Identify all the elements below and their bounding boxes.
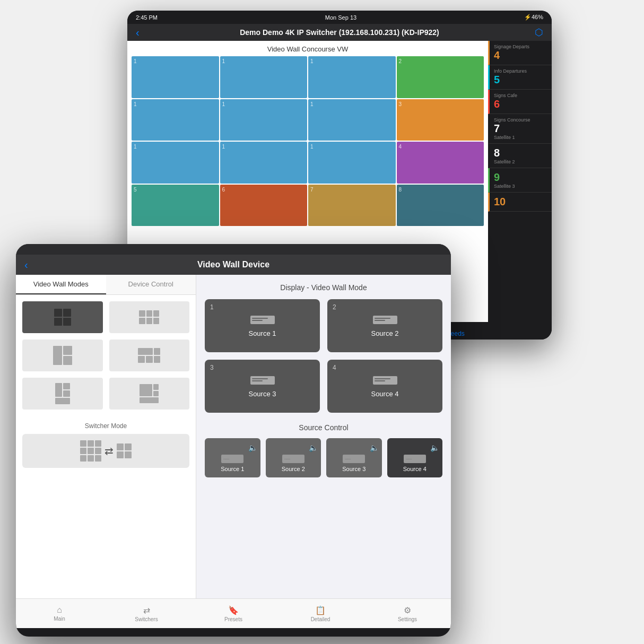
layout-cell bbox=[63, 309, 71, 317]
back-button-front[interactable]: ‹ bbox=[24, 259, 28, 271]
svg-rect-11 bbox=[375, 380, 385, 381]
layout-custom-4[interactable] bbox=[109, 378, 190, 410]
vw-cell-2[interactable]: 1 bbox=[220, 56, 308, 98]
layout-icon-custom1 bbox=[53, 346, 72, 365]
card-3-label: Source 3 bbox=[248, 390, 276, 398]
battery-back: ⚡46% bbox=[524, 14, 543, 21]
vw-cell-14[interactable]: 6 bbox=[220, 185, 308, 227]
svg-rect-1 bbox=[252, 318, 268, 319]
volume-icon-1: 🔈 bbox=[248, 443, 257, 452]
sc-device-4: ····· bbox=[403, 454, 427, 464]
sidebar-info-num: 5 bbox=[494, 74, 547, 86]
vw-cell-16[interactable]: 8 bbox=[397, 185, 484, 227]
settings-label: Settings bbox=[398, 616, 417, 622]
bottom-settings-btn[interactable]: ⚙ Settings bbox=[364, 599, 451, 628]
vw-cell-13[interactable]: 5 bbox=[132, 185, 219, 227]
card-4-num: 4 bbox=[333, 364, 336, 371]
layout-custom-3[interactable] bbox=[22, 378, 103, 410]
bottom-switchers-btn[interactable]: ⇄ Switchers bbox=[103, 599, 190, 628]
bottom-detailed-btn[interactable]: 📋 Detailed bbox=[277, 599, 364, 628]
vw-cell-8[interactable]: 3 bbox=[397, 99, 484, 141]
sidebar-cafe-label: Signs Cafe bbox=[494, 93, 547, 98]
layout-custom-2[interactable] bbox=[109, 340, 190, 371]
switcher-icon: ⇄ bbox=[143, 605, 150, 615]
bottom-presets-btn[interactable]: 🔖 Presets bbox=[190, 599, 277, 628]
card-2-label: Source 2 bbox=[371, 329, 398, 337]
display-card-1[interactable]: 1 Source 1 bbox=[205, 299, 320, 352]
back-button-back[interactable]: ‹ bbox=[136, 27, 140, 39]
sc-card-1[interactable]: 🔈 ····· Source 1 bbox=[205, 438, 260, 477]
nav-title-front: Video Wall Device bbox=[197, 260, 269, 269]
layout-2x2[interactable] bbox=[22, 301, 103, 333]
vw-cell-5[interactable]: 1 bbox=[132, 99, 219, 141]
device-icon-2 bbox=[372, 315, 398, 325]
card-2-num: 2 bbox=[333, 303, 336, 311]
sg-cell bbox=[117, 451, 124, 458]
vw-cell-15[interactable]: 7 bbox=[308, 185, 396, 227]
sc-card-4[interactable]: 🔈 ····· Source 4 bbox=[387, 438, 443, 477]
vw-cell-12[interactable]: 4 bbox=[397, 142, 484, 184]
sidebar-item-cafe[interactable]: Signs Cafe 6 bbox=[488, 90, 552, 114]
presets-icon: 🔖 bbox=[228, 605, 239, 615]
card-1-num: 1 bbox=[210, 303, 214, 311]
vw-cell-1[interactable]: 1 bbox=[132, 56, 219, 98]
layout-icon-custom2 bbox=[138, 348, 160, 363]
sc-device-2: ····· bbox=[282, 454, 305, 464]
sidebar-item-sat2[interactable]: 8 Satellite 2 bbox=[488, 144, 552, 168]
tab-video-wall-modes[interactable]: Video Wall Modes bbox=[16, 275, 106, 294]
switcher-mode-section: Switcher Mode ⇄ bbox=[16, 416, 196, 474]
layout-cell bbox=[154, 356, 161, 363]
sidebar-item-sat3[interactable]: 9 Satellite 3 bbox=[488, 168, 552, 193]
layout-cell bbox=[153, 384, 159, 390]
vw-cell-11[interactable]: 1 bbox=[308, 142, 396, 184]
vw-title: Video Wall Concourse VW bbox=[132, 45, 484, 53]
main-front: Display - Video Wall Mode 1 Source 1 2 bbox=[196, 275, 451, 598]
sidebar-sat3-name: Satellite 3 bbox=[494, 184, 547, 189]
bottom-main-btn[interactable]: ⌂ Main bbox=[16, 599, 103, 628]
display-card-2[interactable]: 2 Source 2 bbox=[327, 299, 442, 352]
layout-cell bbox=[154, 348, 161, 355]
nav-bar-front: ‹ Video Wall Device bbox=[16, 255, 451, 275]
sidebar-item-concourse[interactable]: Signs Concourse 7 Satellite 1 bbox=[488, 114, 552, 144]
layout-cell bbox=[153, 310, 159, 317]
vw-cell-9[interactable]: 1 bbox=[132, 142, 219, 184]
display-card-3[interactable]: 3 Source 3 bbox=[205, 360, 320, 413]
vw-cell-4[interactable]: 2 bbox=[397, 56, 484, 98]
sidebar-front: Video Wall Modes Device Control bbox=[16, 275, 196, 598]
device-icon-4 bbox=[372, 375, 398, 386]
layout-custom-1[interactable] bbox=[22, 340, 103, 371]
display-card-4[interactable]: 4 Source 4 bbox=[327, 360, 442, 413]
vw-sidebar: Signage Departs 4 Info Departures 5 Sign… bbox=[488, 41, 552, 322]
sidebar-signage-num: 4 bbox=[494, 49, 547, 62]
detailed-icon: 📋 bbox=[315, 605, 326, 615]
sidebar-item-10[interactable]: 10 bbox=[488, 193, 552, 212]
layout-cell bbox=[146, 356, 153, 363]
svg-text:·····: ····· bbox=[345, 457, 351, 462]
sg-cell bbox=[80, 448, 86, 454]
sidebar-sat3-num: 9 bbox=[494, 171, 547, 184]
status-bar-front bbox=[16, 244, 451, 255]
sidebar-cafe-num: 6 bbox=[494, 98, 547, 110]
vw-cell-6[interactable]: 1 bbox=[220, 99, 308, 141]
date-back: Mon Sep 13 bbox=[325, 14, 356, 21]
sc-card-3[interactable]: 🔈 ····· Source 3 bbox=[326, 438, 382, 477]
cast-icon[interactable]: ⬡ bbox=[535, 27, 543, 38]
sidebar-item-info[interactable]: Info Departures 5 bbox=[488, 65, 552, 90]
vw-cell-10[interactable]: 1 bbox=[220, 142, 308, 184]
svg-rect-8 bbox=[252, 380, 263, 381]
sidebar-10-num: 10 bbox=[494, 196, 547, 208]
sidebar-item-signage[interactable]: Signage Departs 4 bbox=[488, 41, 552, 65]
detailed-label: Detailed bbox=[311, 616, 330, 622]
vw-cell-3[interactable]: 1 bbox=[308, 56, 396, 98]
sc-card-2[interactable]: 🔈 ····· Source 2 bbox=[266, 438, 321, 477]
switchers-label: Switchers bbox=[135, 616, 158, 622]
layout-3x2[interactable] bbox=[109, 301, 190, 333]
switcher-mode-icon[interactable]: ⇄ bbox=[22, 434, 189, 468]
vw-cell-7[interactable]: 1 bbox=[308, 99, 396, 141]
nav-title-back: Demo Demo 4K IP Switcher (192.168.100.23… bbox=[240, 28, 439, 37]
tab-device-control[interactable]: Device Control bbox=[106, 275, 196, 294]
layout-cell bbox=[139, 318, 145, 324]
sc-3-label: Source 3 bbox=[342, 466, 365, 472]
sg-cell bbox=[95, 455, 101, 462]
switcher-grid-left bbox=[80, 440, 101, 462]
